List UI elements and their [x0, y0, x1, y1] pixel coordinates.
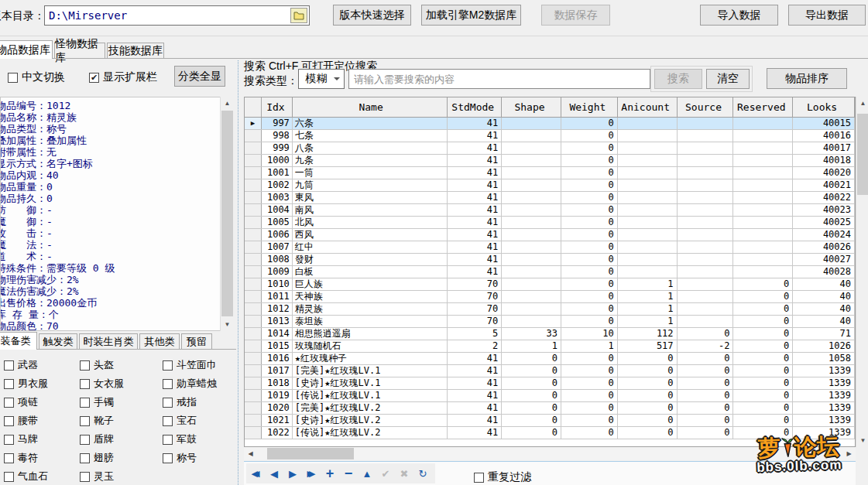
table-row[interactable]: 998七条41040016	[245, 130, 855, 142]
table-cell[interactable]: 41	[448, 204, 502, 216]
table-cell[interactable]: [史诗]★红玫瑰LV.2	[293, 415, 448, 426]
table-cell[interactable]: 一筒	[293, 167, 448, 179]
checkbox-icon[interactable]	[474, 473, 484, 483]
table-cell[interactable]: 0	[561, 353, 618, 364]
column-header-source[interactable]: Source	[678, 97, 734, 117]
table-cell[interactable]: 41	[448, 241, 502, 253]
table-cell[interactable]: 40021	[793, 179, 855, 191]
table-cell[interactable]: 0	[733, 390, 793, 401]
table-row[interactable]: 1007红中41040026	[245, 241, 855, 254]
table-cell[interactable]: 40	[793, 316, 855, 327]
checkbox-icon[interactable]	[80, 472, 90, 482]
table-cell[interactable]: 北风	[293, 217, 448, 228]
table-cell[interactable]	[678, 278, 734, 290]
table-cell[interactable]: 1009	[262, 266, 293, 278]
table-cell[interactable]: [完美]★红玫瑰LV.1	[293, 365, 448, 377]
table-cell[interactable]: 1	[618, 291, 678, 302]
table-cell[interactable]: 1	[561, 340, 618, 352]
table-cell[interactable]: 40022	[793, 192, 855, 203]
filter-checkbox-戒指[interactable]: 戒指	[163, 393, 240, 412]
table-cell[interactable]	[733, 142, 793, 154]
filter-checkbox-斗笠面巾[interactable]: 斗笠面巾	[163, 356, 240, 374]
table-cell[interactable]: 0	[678, 377, 734, 389]
column-header-looks[interactable]: Looks	[793, 97, 855, 117]
table-cell[interactable]	[502, 130, 561, 142]
table-cell[interactable]: 0	[733, 353, 793, 364]
table-cell[interactable]: 41	[448, 155, 502, 166]
table-cell[interactable]: 八条	[293, 142, 448, 154]
table-cell[interactable]: 1339	[793, 390, 855, 401]
table-cell[interactable]: 41	[448, 415, 502, 426]
table-cell[interactable]	[618, 179, 678, 191]
table-cell[interactable]: 0	[561, 278, 618, 290]
table-cell[interactable]: [传说]★红玫瑰LV.2	[293, 427, 448, 439]
table-cell[interactable]: [传说]★红玫瑰LV.1	[293, 390, 448, 401]
table-cell[interactable]	[733, 204, 793, 216]
table-cell[interactable]: 1007	[262, 241, 293, 253]
table-scrollbar[interactable]: ▲ ▼	[856, 97, 868, 447]
table-cell[interactable]: 0	[618, 365, 678, 377]
table-cell[interactable]: 40020	[793, 167, 855, 179]
filter-checkbox-靴子[interactable]: 靴子	[80, 412, 163, 430]
table-cell[interactable]: -2	[678, 340, 734, 352]
category-show-all-button[interactable]: 分类全显	[174, 66, 225, 87]
table-cell[interactable]: 1001	[262, 167, 293, 179]
checkbox-icon[interactable]	[4, 398, 14, 408]
table-row[interactable]: 1012精灵族7001040	[245, 303, 855, 316]
table-cell[interactable]: 0	[733, 415, 793, 426]
table-cell[interactable]: 1019	[262, 390, 293, 401]
table-cell[interactable]: 0	[561, 254, 618, 265]
table-cell[interactable]: 巨人族	[293, 278, 448, 290]
table-cell[interactable]	[502, 291, 561, 302]
table-cell[interactable]	[733, 217, 793, 228]
table-cell[interactable]: 33	[502, 328, 561, 340]
checkbox-icon[interactable]	[80, 398, 90, 408]
duplicate-filter-checkbox[interactable]: 重复过滤	[474, 470, 531, 484]
checkbox-icon[interactable]	[163, 398, 173, 408]
table-cell[interactable]: 1003	[262, 192, 293, 203]
checkbox-icon[interactable]	[80, 416, 90, 426]
table-row[interactable]: 1006西风41040024	[245, 229, 855, 241]
table-cell[interactable]	[733, 179, 793, 191]
table-cell[interactable]	[502, 266, 561, 278]
table-cell[interactable]: 41	[448, 377, 502, 389]
table-cell[interactable]: 5	[448, 328, 502, 340]
table-cell[interactable]: 10	[561, 328, 618, 340]
table-cell[interactable]: 1018	[262, 377, 293, 389]
filter-checkbox-勋章蜡烛[interactable]: 勋章蜡烛	[163, 374, 240, 393]
table-cell[interactable]: 0	[561, 291, 618, 302]
checkbox-icon[interactable]: ✔	[89, 73, 99, 83]
filter-checkbox-称号[interactable]: 称号	[163, 449, 240, 467]
table-cell[interactable]	[618, 130, 678, 142]
table-cell[interactable]: 1004	[262, 204, 293, 216]
table-cell[interactable]	[618, 192, 678, 203]
table-cell[interactable]: 1010	[262, 278, 293, 290]
scrollbar-thumb[interactable]	[267, 448, 354, 459]
table-cell[interactable]: 0	[678, 390, 734, 401]
table-cell[interactable]: 0	[618, 377, 678, 389]
table-row[interactable]: 1008發财41040027	[245, 254, 855, 266]
chinese-toggle-checkbox[interactable]: 中文切换	[8, 70, 65, 84]
quick-version-button[interactable]: 版本快速选择	[333, 5, 411, 26]
table-cell[interactable]: 1011	[262, 291, 293, 302]
table-cell[interactable]: 40025	[793, 217, 855, 228]
table-cell[interactable]	[502, 229, 561, 241]
table-cell[interactable]	[618, 266, 678, 278]
table-cell[interactable]: 112	[618, 328, 678, 340]
table-cell[interactable]	[618, 167, 678, 179]
table-cell[interactable]: 1026	[793, 340, 855, 352]
table-cell[interactable]: 41	[448, 390, 502, 401]
checkbox-icon[interactable]	[4, 435, 14, 445]
filter-checkbox-项链[interactable]: 项链	[4, 393, 80, 412]
table-cell[interactable]: 1	[502, 340, 561, 352]
first-record-icon[interactable]: ◀◀	[246, 464, 265, 483]
table-cell[interactable]: 999	[262, 142, 293, 154]
table-cell[interactable]: 0	[561, 167, 618, 179]
table-cell[interactable]: 1017	[262, 365, 293, 377]
table-row[interactable]: 1005北风41040025	[245, 217, 855, 229]
detail-scrollbar[interactable]: ▲ ▼	[220, 97, 233, 331]
filter-checkbox-毒符[interactable]: 毒符	[4, 449, 80, 467]
checkbox-icon[interactable]	[4, 472, 14, 482]
table-row[interactable]: 1013泰坦族7001040	[245, 316, 855, 328]
checkbox-icon[interactable]	[80, 435, 90, 445]
